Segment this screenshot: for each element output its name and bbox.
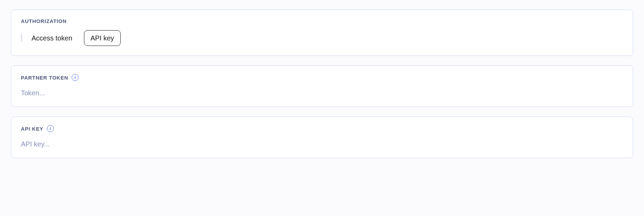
api-key-card: API KEY i bbox=[11, 117, 633, 158]
authorization-header: AUTHORIZATION bbox=[21, 18, 623, 24]
api-key-input[interactable] bbox=[21, 140, 623, 148]
partner-token-header: PARTNER TOKEN i bbox=[21, 74, 623, 81]
tab-api-key[interactable]: API key bbox=[84, 30, 121, 46]
tab-indicator bbox=[21, 34, 22, 42]
partner-token-label: PARTNER TOKEN bbox=[21, 75, 68, 81]
info-icon[interactable]: i bbox=[72, 74, 78, 81]
authorization-card: AUTHORIZATION Access token API key bbox=[11, 10, 633, 56]
api-key-header: API KEY i bbox=[21, 125, 623, 132]
authorization-tabs: Access token API key bbox=[21, 30, 623, 46]
partner-token-input[interactable] bbox=[21, 89, 623, 97]
api-key-label: API KEY bbox=[21, 126, 44, 132]
authorization-label: AUTHORIZATION bbox=[21, 18, 66, 24]
tab-access-token[interactable]: Access token bbox=[25, 31, 78, 46]
partner-token-card: PARTNER TOKEN i bbox=[11, 65, 633, 107]
info-icon[interactable]: i bbox=[47, 125, 54, 132]
